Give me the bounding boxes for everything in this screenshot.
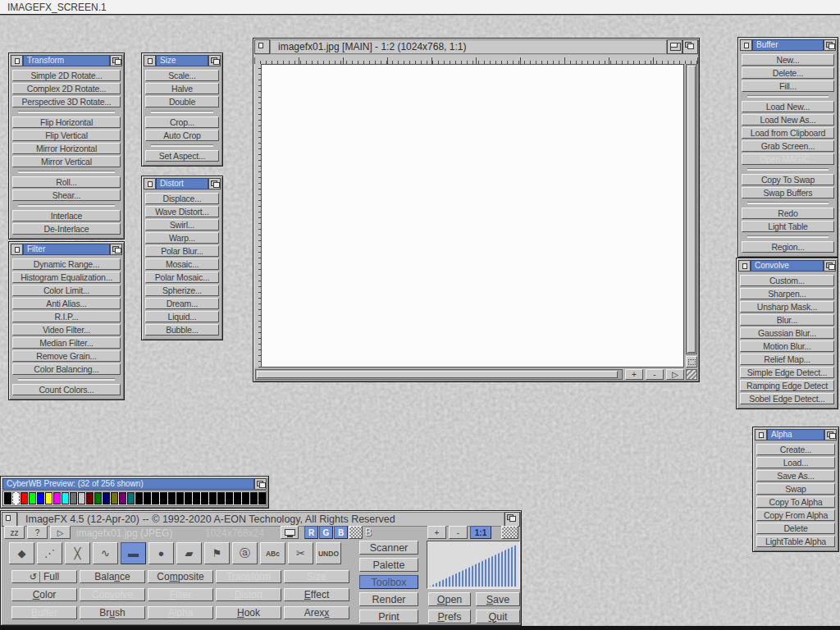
command-button[interactable]: ↺Full xyxy=(11,570,77,583)
help-button[interactable]: ? xyxy=(27,526,48,539)
depth-icon[interactable] xyxy=(824,260,836,272)
zoom-out-button[interactable]: - xyxy=(646,369,664,380)
mode-button[interactable]: Palette xyxy=(359,558,418,572)
panel-button[interactable]: Histogram Equalization... xyxy=(12,272,121,283)
command-button[interactable]: Effect xyxy=(284,588,349,601)
panel-button[interactable]: Wave Distort... xyxy=(145,206,219,217)
color-swatch[interactable]: #000073 xyxy=(103,492,110,504)
panel-button[interactable]: Redo xyxy=(742,208,834,219)
panel-button[interactable]: Double xyxy=(145,96,219,107)
command-button[interactable]: Alpha xyxy=(148,606,213,619)
depth-icon[interactable] xyxy=(110,244,122,255)
box-tool[interactable]: ▬ xyxy=(121,542,146,564)
clone-tool[interactable]: ⓐ xyxy=(232,542,258,564)
action-button[interactable]: Save xyxy=(476,592,520,606)
command-button[interactable]: Color xyxy=(11,588,77,601)
close-icon[interactable] xyxy=(740,39,752,51)
panel-button[interactable]: Liquid... xyxy=(145,311,219,322)
command-button[interactable]: Composite xyxy=(148,570,213,583)
panel-button[interactable]: Bubble... xyxy=(145,324,219,336)
zoom-in-button[interactable]: + xyxy=(625,369,643,380)
panel-button[interactable]: Save As... xyxy=(756,470,835,482)
panel-button[interactable]: Load from Clipboard xyxy=(742,127,834,139)
color-swatch[interactable]: #00ffff xyxy=(62,492,69,504)
color-swatch[interactable]: #000000 xyxy=(217,492,225,504)
color-swatch[interactable]: #000000 xyxy=(168,492,176,504)
panel-button[interactable]: Polar Blur... xyxy=(145,245,219,257)
panel-button[interactable]: Gaussian Blur... xyxy=(740,327,834,339)
panel-button[interactable]: Grab Screen... xyxy=(742,140,834,152)
action-button[interactable]: Open xyxy=(428,592,471,606)
close-icon[interactable] xyxy=(254,39,270,54)
panel-button[interactable]: Copy To Swap xyxy=(742,174,834,185)
convolve-titlebar[interactable]: Convolve xyxy=(738,260,836,272)
depth-icon[interactable] xyxy=(208,55,221,66)
panel-button[interactable]: Custom... xyxy=(740,275,834,286)
panel-button[interactable]: Delete xyxy=(756,523,835,534)
color-swatch[interactable]: #730000 xyxy=(86,492,94,504)
horizontal-scrollbar[interactable] xyxy=(255,369,623,380)
transform-titlebar[interactable]: Transform xyxy=(11,55,122,66)
panel-button[interactable]: Color Balancing... xyxy=(12,363,121,375)
command-button[interactable]: Distort xyxy=(216,588,281,601)
command-button[interactable]: Balance xyxy=(80,570,145,583)
panel-button[interactable]: Count Colors... xyxy=(12,384,121,395)
curve-tool[interactable]: ∿ xyxy=(93,542,118,564)
panel-button[interactable]: Mirror Vertical xyxy=(12,156,121,167)
color-swatch[interactable]: #737300 xyxy=(111,492,118,504)
panel-button[interactable]: LightTable Alpha xyxy=(756,536,835,547)
close-icon[interactable] xyxy=(2,512,17,527)
depth-icon[interactable] xyxy=(504,512,520,527)
depth-icon[interactable] xyxy=(208,178,221,189)
color-swatch[interactable]: #000000 xyxy=(226,492,233,504)
panel-button[interactable]: Ramping Edge Detect xyxy=(740,380,834,391)
depth-icon[interactable] xyxy=(254,478,267,490)
color-swatch[interactable]: #000000 xyxy=(176,492,184,504)
panel-button[interactable]: De-Interlace xyxy=(12,223,121,235)
color-swatch[interactable]: #0000ff xyxy=(37,492,44,504)
panel-button[interactable]: Simple 2D Rotate... xyxy=(12,70,121,81)
color-swatch[interactable]: #c8c8c8 xyxy=(78,492,85,504)
panel-button[interactable]: Displace... xyxy=(145,193,219,204)
panel-button[interactable]: Complex 2D Rotate... xyxy=(12,83,121,94)
panel-button[interactable]: Dynamic Range... xyxy=(12,258,121,270)
panel-button[interactable]: Crop... xyxy=(145,116,219,128)
command-button[interactable]: Filter xyxy=(148,588,213,601)
panel-button[interactable]: Shear... xyxy=(12,189,121,201)
command-button[interactable]: Size xyxy=(284,570,349,583)
panel-button[interactable]: Blur... xyxy=(740,314,834,326)
command-button[interactable]: Arexx xyxy=(284,606,349,619)
panel-button[interactable]: Load... xyxy=(756,457,835,468)
depth-icon[interactable] xyxy=(824,429,837,441)
sleep-button[interactable]: zz xyxy=(4,526,25,539)
panel-button[interactable]: Set Aspect... xyxy=(145,150,219,162)
panel-button[interactable]: Auto Crop xyxy=(145,130,219,141)
horizontal-scrollbar-thumb[interactable] xyxy=(257,371,618,378)
panel-button[interactable]: Delete... xyxy=(742,67,834,79)
alpha-titlebar[interactable]: Alpha xyxy=(755,429,837,441)
image-window-titlebar[interactable]: imagefx01.jpg [MAIN] - 1:2 (1024x768, 1:… xyxy=(254,39,698,54)
panel-button[interactable]: Swap xyxy=(756,483,835,495)
panel-button[interactable]: Median Filter... xyxy=(12,337,121,349)
panel-button[interactable]: Fill... xyxy=(742,80,834,92)
color-swatch[interactable]: #6e6e6e xyxy=(70,492,77,504)
color-swatch[interactable]: #000000 xyxy=(135,492,143,504)
panel-button[interactable]: Dream... xyxy=(145,298,219,309)
panel-button[interactable]: Flip Horizontal xyxy=(12,116,121,128)
mode-button[interactable]: Toolbox xyxy=(359,575,418,589)
panel-button[interactable]: Simple Edge Detect... xyxy=(740,367,834,378)
panel-button[interactable]: Roll... xyxy=(12,176,121,188)
panel-button[interactable]: Light Table xyxy=(742,221,834,232)
fill-tool[interactable]: ⚑ xyxy=(204,542,230,564)
color-swatch[interactable]: #ffffff xyxy=(12,492,20,504)
panel-button[interactable]: Swirl... xyxy=(145,219,219,231)
panel-button[interactable]: Copy From Alpha xyxy=(756,509,835,521)
panel-button[interactable]: Mirror Horizontal xyxy=(12,143,121,154)
polygon-tool[interactable]: ▰ xyxy=(176,542,202,564)
color-swatch[interactable]: #000000 xyxy=(201,492,208,504)
color-swatch[interactable]: #000000 xyxy=(144,492,151,504)
command-button[interactable]: Brush xyxy=(80,606,145,619)
magnify-out-button[interactable]: - xyxy=(449,526,468,539)
color-swatch[interactable]: #000000 xyxy=(185,492,192,504)
main-titlebar[interactable]: ImageFX 4.5 (12-Apr-20) -- © 1992-2020 A… xyxy=(2,512,520,527)
